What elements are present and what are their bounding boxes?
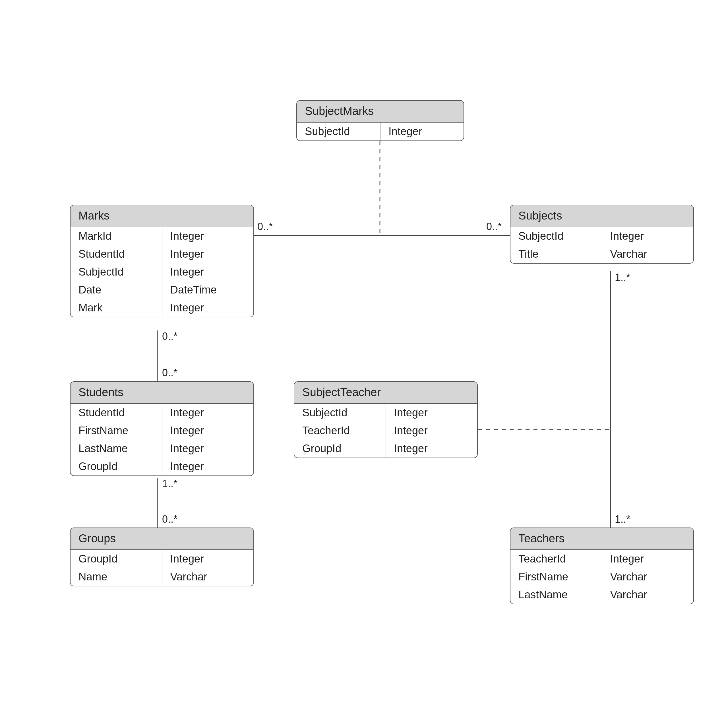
entity-row: SubjectId Integer bbox=[70, 263, 253, 281]
entity-subjects: Subjects SubjectId Integer Title Varchar bbox=[510, 205, 694, 264]
field-name: SubjectId bbox=[70, 263, 162, 281]
field-name: MarkId bbox=[70, 227, 162, 245]
multiplicity-label: 0..* bbox=[162, 367, 177, 379]
field-type: Integer bbox=[602, 550, 694, 568]
entity-title: SubjectTeacher bbox=[294, 382, 477, 404]
multiplicity-label: 0..* bbox=[257, 221, 273, 232]
field-type: Integer bbox=[162, 299, 254, 317]
field-type: Integer bbox=[162, 404, 254, 422]
entity-groups: Groups GroupId Integer Name Varchar bbox=[70, 528, 254, 586]
entity-teachers: Teachers TeacherId Integer FirstName Var… bbox=[510, 528, 694, 604]
field-type: Integer bbox=[162, 263, 254, 281]
entity-students: Students StudentId Integer FirstName Int… bbox=[70, 381, 254, 476]
entity-title: Groups bbox=[70, 528, 253, 550]
entity-row: TeacherId Integer bbox=[511, 550, 693, 568]
field-type: Integer bbox=[386, 440, 477, 457]
field-type: Varchar bbox=[162, 568, 254, 586]
field-type: Varchar bbox=[602, 586, 694, 604]
entity-title: Subjects bbox=[511, 205, 693, 227]
field-type: Varchar bbox=[602, 568, 694, 586]
field-type: DateTime bbox=[162, 281, 254, 299]
entity-row: SubjectId Integer bbox=[297, 122, 463, 141]
field-name: GroupId bbox=[70, 550, 162, 568]
multiplicity-label: 0..* bbox=[486, 221, 502, 232]
field-type: Integer bbox=[162, 457, 254, 476]
entity-row: SubjectId Integer bbox=[294, 404, 477, 422]
multiplicity-label: 1..* bbox=[615, 513, 630, 525]
er-diagram-canvas: SubjectMarks SubjectId Integer Marks Mar… bbox=[0, 0, 728, 728]
entity-row: FirstName Varchar bbox=[511, 568, 693, 586]
field-type: Integer bbox=[162, 227, 254, 245]
field-name: FirstName bbox=[511, 568, 602, 586]
multiplicity-label: 0..* bbox=[162, 513, 177, 525]
entity-row: TeacherId Integer bbox=[294, 422, 477, 440]
field-name: GroupId bbox=[70, 457, 162, 476]
field-type: Integer bbox=[162, 245, 254, 263]
field-type: Integer bbox=[386, 404, 477, 422]
field-type: Integer bbox=[162, 422, 254, 440]
field-name: SubjectId bbox=[297, 122, 381, 141]
field-name: StudentId bbox=[70, 245, 162, 263]
field-name: Date bbox=[70, 281, 162, 299]
entity-subjectmarks: SubjectMarks SubjectId Integer bbox=[296, 100, 464, 141]
field-name: LastName bbox=[70, 440, 162, 457]
field-name: LastName bbox=[511, 586, 602, 604]
entity-row: Date DateTime bbox=[70, 281, 253, 299]
entity-row: SubjectId Integer bbox=[511, 227, 693, 245]
field-name: Name bbox=[70, 568, 162, 586]
field-type: Integer bbox=[381, 122, 463, 141]
entity-row: LastName Varchar bbox=[511, 586, 693, 604]
field-name: TeacherId bbox=[511, 550, 602, 568]
entity-row: FirstName Integer bbox=[70, 422, 253, 440]
field-name: SubjectId bbox=[294, 404, 386, 422]
entity-marks: Marks MarkId Integer StudentId Integer S… bbox=[70, 205, 254, 317]
field-name: Title bbox=[511, 245, 602, 263]
multiplicity-label: 1..* bbox=[162, 478, 177, 490]
field-type: Integer bbox=[386, 422, 477, 440]
field-name: TeacherId bbox=[294, 422, 386, 440]
field-name: SubjectId bbox=[511, 227, 602, 245]
multiplicity-label: 0..* bbox=[162, 330, 177, 343]
entity-row: StudentId Integer bbox=[70, 245, 253, 263]
entity-row: Name Varchar bbox=[70, 568, 253, 586]
entity-row: MarkId Integer bbox=[70, 227, 253, 245]
entity-title: Teachers bbox=[511, 528, 693, 550]
field-name: StudentId bbox=[70, 404, 162, 422]
field-type: Integer bbox=[162, 550, 254, 568]
entity-row: GroupId Integer bbox=[294, 440, 477, 457]
field-type: Varchar bbox=[602, 245, 694, 263]
entity-row: StudentId Integer bbox=[70, 404, 253, 422]
entity-title: Students bbox=[70, 382, 253, 404]
field-name: FirstName bbox=[70, 422, 162, 440]
entity-row: GroupId Integer bbox=[70, 457, 253, 476]
entity-row: Mark Integer bbox=[70, 299, 253, 317]
field-type: Integer bbox=[162, 440, 254, 457]
entity-row: LastName Integer bbox=[70, 440, 253, 457]
entity-subjectteacher: SubjectTeacher SubjectId Integer Teacher… bbox=[294, 381, 478, 458]
field-name: GroupId bbox=[294, 440, 386, 457]
entity-title: SubjectMarks bbox=[297, 101, 463, 122]
multiplicity-label: 1..* bbox=[615, 272, 630, 283]
field-type: Integer bbox=[602, 227, 694, 245]
entity-row: GroupId Integer bbox=[70, 550, 253, 568]
entity-row: Title Varchar bbox=[511, 245, 693, 263]
field-name: Mark bbox=[70, 299, 162, 317]
entity-title: Marks bbox=[70, 205, 253, 227]
